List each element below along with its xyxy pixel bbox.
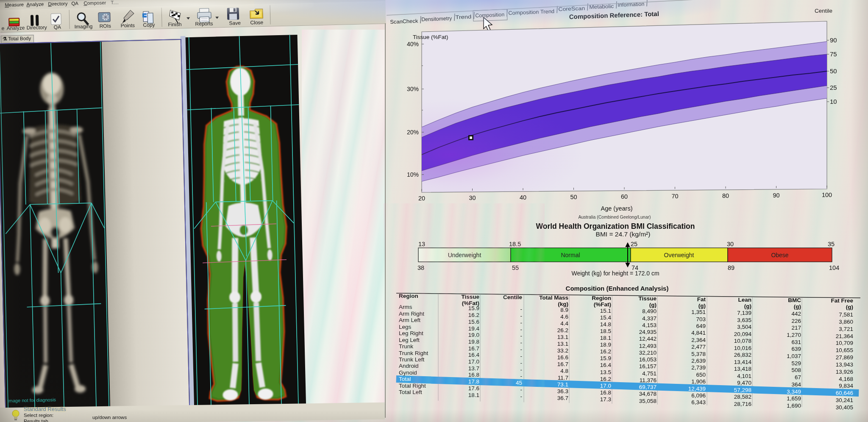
svg-text:Normal: Normal (561, 252, 580, 258)
svg-text:50: 50 (570, 194, 577, 200)
svg-text:20: 20 (418, 195, 425, 202)
svg-text:529: 529 (791, 360, 801, 366)
svg-text:21,364: 21,364 (836, 333, 854, 339)
svg-text:Trend: Trend (455, 14, 472, 20)
svg-text:Tissue: Tissue (461, 294, 479, 300)
svg-text:73.1: 73.1 (557, 381, 568, 388)
svg-text:Age (years): Age (years) (601, 205, 633, 212)
svg-text:Gynoid: Gynoid (399, 369, 417, 376)
svg-text:11,376: 11,376 (640, 377, 657, 383)
svg-text:Leg Left: Leg Left (399, 337, 420, 343)
svg-text:ScanCheck: ScanCheck (390, 18, 418, 25)
svg-text:12,439: 12,439 (688, 386, 706, 392)
svg-text:19.8: 19.8 (468, 339, 479, 345)
svg-text:Total Right: Total Right (399, 383, 426, 389)
svg-text:10: 10 (830, 98, 837, 105)
svg-text:60: 60 (621, 193, 628, 200)
svg-text:15.4: 15.4 (600, 314, 612, 321)
svg-text:26,832: 26,832 (734, 352, 751, 358)
svg-text:226: 226 (791, 318, 801, 324)
svg-text:90: 90 (830, 36, 837, 44)
svg-text:17.0: 17.0 (600, 383, 611, 389)
svg-text:28,582: 28,582 (734, 394, 751, 400)
svg-text:18.1: 18.1 (468, 392, 479, 398)
svg-text:89: 89 (728, 264, 734, 271)
svg-text:4.4: 4.4 (560, 320, 568, 327)
svg-text:Image not for diagnosis: Image not for diagnosis (8, 397, 56, 403)
svg-text:15.1: 15.1 (600, 308, 611, 314)
svg-text:17.3: 17.3 (600, 396, 611, 403)
svg-text:16.8: 16.8 (600, 389, 611, 396)
svg-text:1,659: 1,659 (787, 395, 801, 402)
svg-text:75: 75 (830, 50, 837, 58)
svg-text:Overweight: Overweight (664, 252, 694, 258)
svg-text:40: 40 (520, 194, 526, 201)
svg-text:1,270: 1,270 (787, 332, 801, 338)
svg-text:17.8: 17.8 (468, 378, 479, 385)
svg-text:16,053: 16,053 (639, 356, 657, 363)
svg-text:6,096: 6,096 (691, 392, 706, 399)
svg-text:8,490: 8,490 (642, 308, 657, 314)
svg-text:13,926: 13,926 (836, 369, 853, 375)
svg-text:17.0: 17.0 (468, 358, 479, 365)
svg-text:(g): (g) (744, 303, 751, 309)
svg-text:703: 703 (696, 316, 706, 322)
svg-text:30: 30 (469, 194, 476, 201)
svg-text:80: 80 (722, 192, 729, 199)
svg-text:17.6: 17.6 (468, 385, 479, 391)
svg-text:45: 45 (516, 380, 522, 386)
svg-text:24,935: 24,935 (639, 329, 657, 335)
svg-text:3,635: 3,635 (737, 317, 751, 323)
svg-text:20,094: 20,094 (734, 331, 752, 337)
svg-text:13,943: 13,943 (836, 361, 853, 368)
svg-text:15.9: 15.9 (468, 305, 479, 311)
svg-text:Arm Right: Arm Right (399, 311, 424, 317)
svg-text:70: 70 (671, 193, 678, 200)
svg-text:508: 508 (791, 367, 801, 373)
svg-text:Underweight: Underweight (448, 252, 481, 258)
svg-text:13: 13 (418, 241, 425, 247)
svg-text:4.6: 4.6 (560, 314, 568, 320)
svg-text:Leg Right: Leg Right (399, 330, 423, 336)
svg-text:28,716: 28,716 (734, 401, 751, 407)
svg-text:69,737: 69,737 (639, 384, 657, 390)
svg-text:4.8: 4.8 (560, 368, 568, 374)
svg-text:-: - (520, 306, 523, 312)
svg-text:57,298: 57,298 (734, 387, 751, 393)
svg-text:16.4: 16.4 (600, 362, 612, 368)
svg-text:(g): (g) (846, 304, 853, 310)
svg-text:650: 650 (696, 372, 706, 378)
svg-text:16.4: 16.4 (468, 352, 480, 358)
svg-text:40%: 40% (407, 41, 419, 47)
svg-text:-: - (520, 319, 523, 326)
svg-text:Trunk Right: Trunk Right (399, 350, 428, 356)
svg-text:13,418: 13,418 (734, 366, 751, 372)
svg-text:Lean: Lean (738, 297, 751, 303)
svg-text:Weight (kg) for height = 172.0: Weight (kg) for height = 172.0 cm (571, 270, 659, 277)
svg-text:13,414: 13,414 (734, 359, 752, 365)
svg-text:27,869: 27,869 (836, 354, 853, 361)
svg-text:Composition: Composition (475, 11, 505, 19)
svg-text:90: 90 (773, 192, 779, 199)
svg-text:16.7: 16.7 (557, 361, 568, 367)
svg-text:Composition Trend: Composition Trend (508, 8, 554, 16)
svg-text:Tissue: Tissue (638, 295, 657, 302)
svg-text:4,841: 4,841 (691, 330, 706, 336)
svg-text:5,378: 5,378 (691, 351, 706, 357)
svg-text:-: - (520, 386, 523, 393)
svg-text:Total: Total (399, 376, 411, 382)
svg-text:Composition (Enhanced Analysis: Composition (Enhanced Analysis) (566, 285, 669, 292)
svg-text:2,639: 2,639 (691, 358, 706, 364)
svg-text:10,655: 10,655 (836, 347, 853, 353)
svg-text:10,709: 10,709 (836, 340, 853, 346)
svg-text:4,153: 4,153 (642, 322, 657, 328)
svg-text:Composition Reference: Total: Composition Reference: Total (569, 10, 659, 20)
svg-text:Centile: Centile (503, 294, 523, 300)
svg-text:(g): (g) (698, 303, 706, 309)
svg-text:16.2: 16.2 (468, 312, 479, 318)
svg-text:18.5: 18.5 (509, 241, 521, 247)
svg-text:1,690: 1,690 (787, 403, 801, 409)
svg-text:50: 50 (830, 67, 837, 75)
svg-text:1,351: 1,351 (691, 309, 706, 315)
svg-text:Region: Region (592, 295, 611, 301)
